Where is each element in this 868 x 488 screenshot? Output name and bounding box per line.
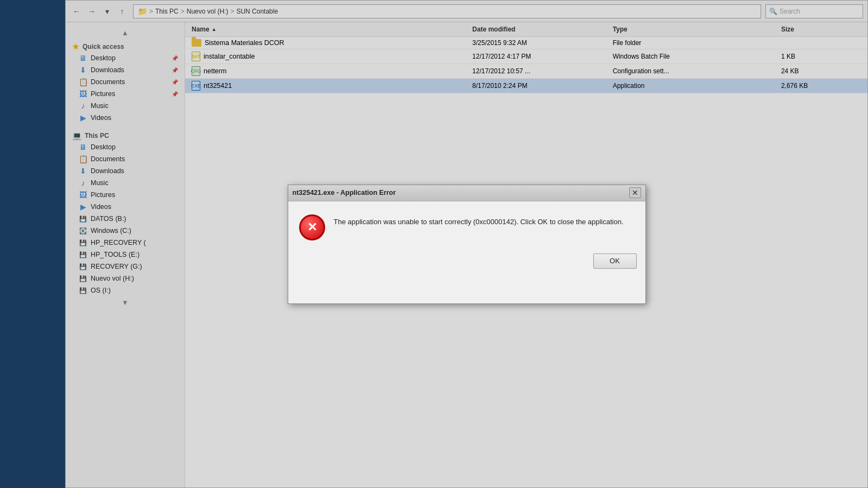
ok-button[interactable]: OK: [593, 253, 637, 269]
dialog-title: nt325421.exe - Application Error: [293, 189, 396, 197]
error-dialog: nt325421.exe - Application Error ✕ The a…: [288, 185, 646, 304]
dialog-close-button[interactable]: ✕: [629, 187, 641, 198]
dialog-overlay: nt325421.exe - Application Error ✕ The a…: [66, 1, 867, 487]
dialog-buttons: OK: [288, 249, 645, 277]
dialog-message: The application was unable to start corr…: [334, 214, 635, 227]
error-icon: [299, 214, 325, 240]
explorer-window: ← → ▾ ↑ 📁 > This PC > Nuevo vol (H:) > S…: [65, 0, 868, 488]
dialog-titlebar: nt325421.exe - Application Error ✕: [288, 185, 645, 201]
dialog-body: The application was unable to start corr…: [288, 201, 645, 249]
